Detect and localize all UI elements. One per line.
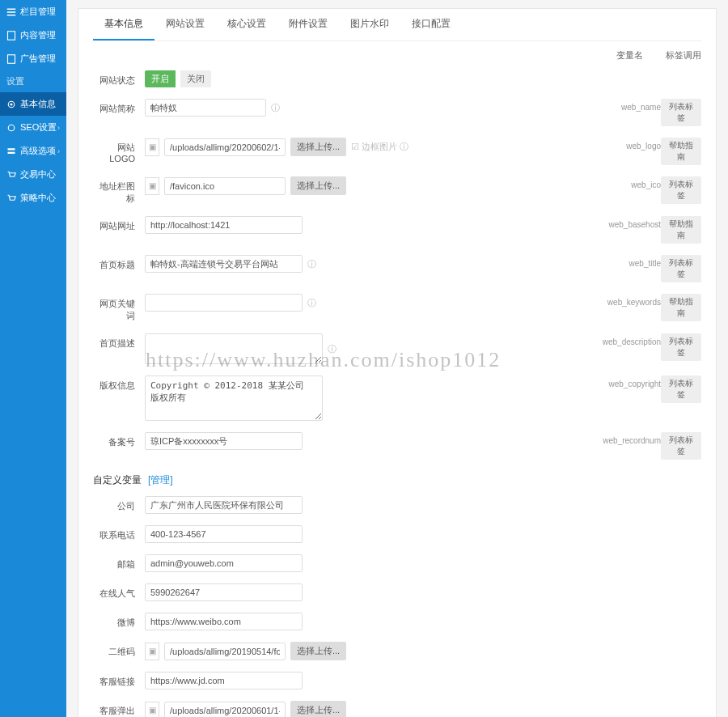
toggle-off[interactable]: 关闭 bbox=[180, 70, 211, 87]
input-title[interactable] bbox=[145, 255, 303, 273]
label-qrcode: 二维码 bbox=[93, 642, 135, 658]
sidebar-item-trade[interactable]: 交易中心 bbox=[0, 163, 66, 186]
sidebar-item-advanced[interactable]: 高级选项 › bbox=[0, 139, 66, 163]
input-qrcode[interactable] bbox=[164, 643, 286, 660]
upload-favicon[interactable]: 选择上传... bbox=[290, 176, 346, 195]
chevron-right-icon: › bbox=[57, 147, 60, 155]
main-content: 基本信息 网站设置 核心设置 附件设置 图片水印 接口配置 变量名 标签调用 网… bbox=[66, 0, 728, 717]
sidebar-item-ad[interactable]: 广告管理 bbox=[0, 47, 66, 70]
label-url: 网站网址 bbox=[93, 216, 135, 232]
input-kefu-link[interactable] bbox=[145, 672, 303, 689]
svg-rect-4 bbox=[8, 54, 15, 63]
svg-rect-3 bbox=[8, 31, 15, 40]
input-email[interactable] bbox=[145, 554, 303, 572]
sidebar-label: 交易中心 bbox=[20, 168, 56, 180]
sidebar-item-column[interactable]: 栏目管理 bbox=[0, 0, 66, 23]
help-icon[interactable]: ⓘ bbox=[271, 102, 280, 114]
label-keywords: 网页关键词 bbox=[93, 294, 135, 322]
help-icon[interactable]: ⓘ bbox=[307, 297, 316, 309]
svg-rect-9 bbox=[8, 151, 15, 153]
input-name[interactable] bbox=[145, 99, 266, 117]
upload-kefu-avatar[interactable]: 选择上传... bbox=[290, 701, 346, 717]
badge-record[interactable]: 列表标签 bbox=[661, 432, 701, 460]
input-favicon[interactable] bbox=[164, 177, 286, 195]
sidebar: 栏目管理 内容管理 广告管理 设置 基本信息 SEO设置 › 高级选项 › 交易… bbox=[0, 0, 66, 717]
svg-point-7 bbox=[8, 125, 15, 131]
badge-name[interactable]: 列表标签 bbox=[661, 99, 701, 126]
gear-icon bbox=[6, 100, 16, 109]
custom-manage-link[interactable]: [管理] bbox=[148, 473, 173, 487]
tab-watermark[interactable]: 图片水印 bbox=[339, 9, 400, 40]
help-icon[interactable]: ⓘ bbox=[328, 343, 336, 355]
svg-rect-2 bbox=[7, 15, 16, 16]
textarea-copyright[interactable]: Copyright © 2012-2018 某某公司 版权所有 bbox=[145, 375, 323, 421]
doc-icon bbox=[6, 31, 16, 40]
tab-attach[interactable]: 附件设置 bbox=[277, 9, 339, 40]
label-status: 网站状态 bbox=[93, 70, 135, 87]
var-favicon: web_ico bbox=[588, 176, 661, 189]
input-kefu-avatar[interactable] bbox=[164, 702, 286, 718]
upload-logo[interactable]: 选择上传... bbox=[290, 138, 346, 156]
label-name: 网站简称 bbox=[93, 99, 135, 115]
sidebar-label: 内容管理 bbox=[20, 29, 56, 41]
label-logo: 网站LOGO bbox=[93, 138, 135, 163]
textarea-desc[interactable] bbox=[145, 333, 323, 364]
sidebar-item-strategy[interactable]: 策略中心 bbox=[0, 186, 66, 210]
tab-core[interactable]: 核心设置 bbox=[216, 9, 277, 40]
input-weibo[interactable] bbox=[145, 613, 303, 630]
svg-point-6 bbox=[11, 103, 13, 105]
var-copyright: web_copyright bbox=[588, 375, 661, 388]
var-name: web_name bbox=[588, 99, 661, 112]
input-logo[interactable] bbox=[164, 138, 286, 156]
sidebar-item-content[interactable]: 内容管理 bbox=[0, 23, 66, 47]
label-kefu-link: 客服链接 bbox=[93, 672, 135, 688]
label-company: 公司 bbox=[93, 496, 135, 512]
label-copyright: 版权信息 bbox=[93, 375, 135, 392]
badge-desc[interactable]: 列表标签 bbox=[661, 333, 701, 361]
label-email: 邮箱 bbox=[93, 554, 135, 571]
tab-api[interactable]: 接口配置 bbox=[400, 9, 462, 40]
help-icon[interactable]: ⓘ bbox=[307, 258, 316, 270]
chevron-right-icon: › bbox=[57, 124, 60, 132]
sidebar-label: SEO设置 bbox=[20, 121, 57, 134]
toggle-on[interactable]: 开启 bbox=[145, 70, 176, 87]
var-desc: web_description bbox=[588, 333, 661, 346]
tab-site[interactable]: 网站设置 bbox=[154, 9, 216, 40]
upload-qrcode[interactable]: 选择上传... bbox=[290, 642, 346, 660]
col-header-var: 变量名 bbox=[616, 49, 643, 62]
doc-icon bbox=[6, 54, 16, 64]
badge-logo[interactable]: 帮助指南 bbox=[661, 138, 701, 165]
label-phone: 联系电话 bbox=[93, 525, 135, 541]
cart-icon bbox=[6, 193, 16, 203]
badge-title[interactable]: 列表标签 bbox=[661, 255, 701, 282]
badge-copyright[interactable]: 列表标签 bbox=[661, 375, 701, 403]
label-qq: 在线人气 bbox=[93, 583, 135, 600]
sidebar-group-label: 设置 bbox=[0, 70, 66, 92]
input-company[interactable] bbox=[145, 496, 303, 514]
badge-favicon[interactable]: 列表标签 bbox=[661, 176, 701, 204]
svg-rect-0 bbox=[7, 8, 16, 10]
input-phone[interactable] bbox=[145, 525, 303, 543]
input-keywords[interactable] bbox=[145, 294, 303, 312]
var-title: web_title bbox=[588, 255, 661, 268]
logo-extra[interactable]: ☑ 边框图片 ⓘ bbox=[351, 141, 408, 153]
badge-url[interactable]: 帮助指南 bbox=[661, 216, 701, 244]
badge-keywords[interactable]: 帮助指南 bbox=[661, 294, 701, 321]
input-qq[interactable] bbox=[145, 583, 303, 601]
sidebar-item-basic[interactable]: 基本信息 bbox=[0, 92, 66, 116]
sidebar-label: 栏目管理 bbox=[20, 6, 56, 18]
label-desc: 首页描述 bbox=[93, 333, 135, 350]
sidebar-label: 基本信息 bbox=[20, 98, 56, 110]
var-url: web_basehost bbox=[588, 216, 661, 229]
custom-title: 自定义变量 bbox=[93, 473, 142, 487]
image-icon: ▣ bbox=[145, 138, 159, 156]
input-record[interactable] bbox=[145, 432, 303, 450]
label-favicon: 地址栏图标 bbox=[93, 176, 135, 205]
sidebar-label: 高级选项 bbox=[20, 145, 56, 157]
input-url[interactable] bbox=[145, 216, 303, 234]
tab-basic[interactable]: 基本信息 bbox=[93, 9, 154, 40]
label-weibo: 微博 bbox=[93, 613, 135, 629]
svg-rect-1 bbox=[7, 11, 16, 13]
sidebar-item-seo[interactable]: SEO设置 › bbox=[0, 116, 66, 139]
svg-rect-8 bbox=[8, 148, 15, 150]
